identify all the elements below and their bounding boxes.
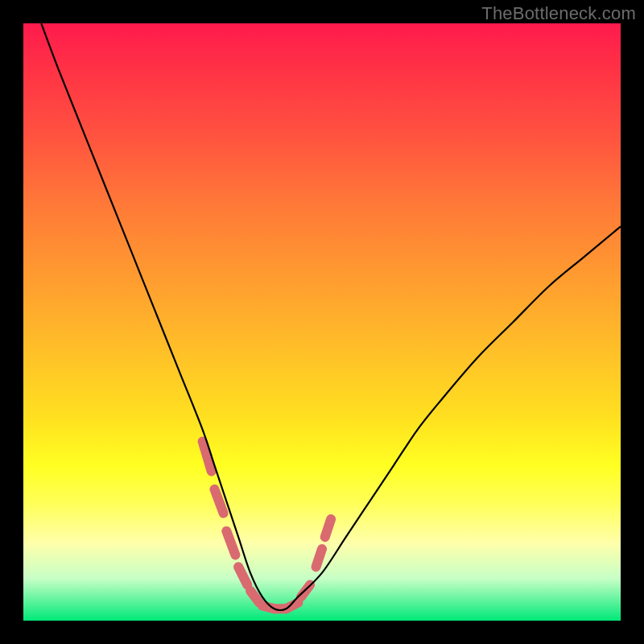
chart-svg <box>23 23 621 621</box>
highlight-dash <box>316 549 322 567</box>
highlight-dash <box>325 519 331 537</box>
highlight-dash <box>214 489 223 514</box>
watermark-text: TheBottleneck.com <box>481 3 636 24</box>
highlight-dash <box>226 531 235 555</box>
chart-frame: TheBottleneck.com <box>0 0 644 644</box>
highlight-dash <box>238 567 247 584</box>
highlight-dash <box>203 441 212 471</box>
highlight-dash <box>250 591 259 603</box>
plot-area <box>23 23 621 621</box>
